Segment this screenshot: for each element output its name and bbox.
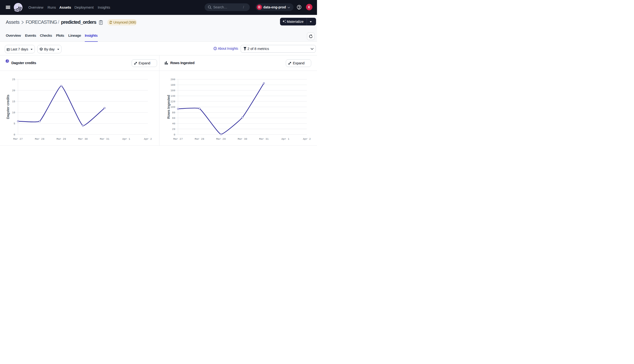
svg-text:180: 180 — [170, 84, 175, 86]
svg-text:120: 120 — [170, 100, 175, 103]
svg-text:Mar 29: Mar 29 — [216, 138, 226, 140]
svg-text:Mar 27: Mar 27 — [13, 138, 23, 140]
svg-text:Apr 1: Apr 1 — [122, 138, 130, 140]
svg-text:Mar 27: Mar 27 — [173, 138, 183, 140]
svg-text:Apr 2: Apr 2 — [144, 138, 152, 140]
svg-text:Rows Ingested: Rows Ingested — [166, 95, 170, 119]
svg-text:80: 80 — [172, 111, 175, 114]
svg-text:Apr 1: Apr 1 — [282, 138, 290, 140]
svg-text:60: 60 — [172, 117, 175, 120]
svg-text:10: 10 — [12, 111, 15, 114]
svg-text:Mar 30: Mar 30 — [238, 138, 247, 140]
svg-text:Mar 31: Mar 31 — [259, 138, 269, 140]
svg-text:40: 40 — [172, 122, 175, 125]
svg-text:0: 0 — [14, 133, 15, 136]
svg-text:200: 200 — [170, 78, 175, 81]
svg-text:20: 20 — [172, 128, 175, 130]
svg-text:Apr 2: Apr 2 — [303, 138, 311, 140]
svg-text:Mar 28: Mar 28 — [195, 138, 204, 140]
svg-text:100: 100 — [170, 106, 175, 108]
svg-text:15: 15 — [12, 100, 15, 103]
svg-text:140: 140 — [170, 94, 175, 98]
svg-text:5: 5 — [14, 122, 15, 125]
svg-text:Mar 30: Mar 30 — [78, 138, 88, 140]
svg-text:Mar 31: Mar 31 — [100, 138, 110, 140]
svg-text:Mar 29: Mar 29 — [56, 138, 66, 140]
svg-text:Mar 28: Mar 28 — [35, 138, 44, 140]
svg-text:20: 20 — [12, 89, 15, 92]
svg-text:25: 25 — [12, 78, 15, 81]
svg-text:Dagster credits: Dagster credits — [6, 94, 10, 119]
svg-text:160: 160 — [170, 89, 175, 92]
svg-text:0: 0 — [174, 133, 175, 136]
